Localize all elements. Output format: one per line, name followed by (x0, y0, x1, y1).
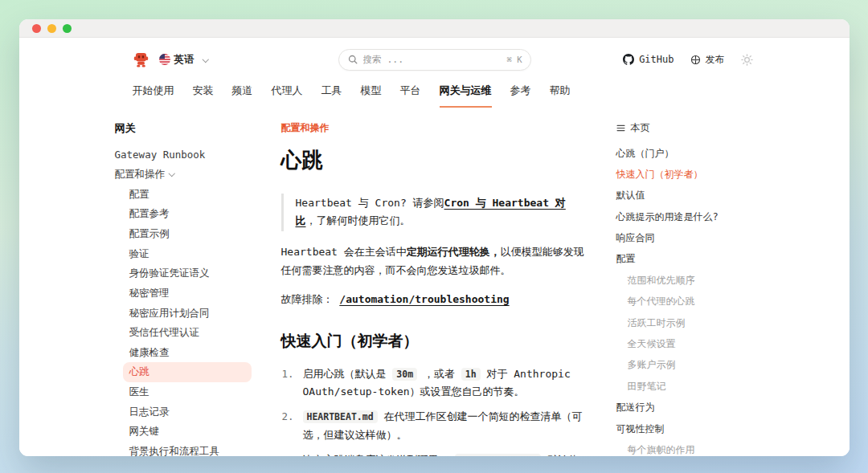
toc-item[interactable]: 配置 (616, 249, 756, 270)
toc-item[interactable]: 田野笔记 (616, 376, 756, 397)
nav-tab[interactable]: 平台 (400, 84, 421, 108)
github-icon (623, 54, 634, 65)
sidebar-item[interactable]: 验证 (115, 243, 255, 263)
header-links: GitHub (623, 53, 755, 67)
nav-tab[interactable]: 代理人 (272, 84, 303, 108)
note-text: ，了解何时使用它们。 (306, 214, 411, 226)
toc-item[interactable]: 每个旗帜的作用 (616, 439, 756, 456)
nav-tab[interactable]: 帮助 (550, 84, 571, 108)
language-selector[interactable]: 英语 (159, 53, 210, 67)
inline-code: 1h (461, 368, 481, 381)
quickstart-item: 启用心跳（默认是 30m ，或者 1h 对于 Anthropic OAuth/s… (281, 365, 586, 402)
quickstart-item: HEARTBEAT.md 在代理工作区创建一个简短的检查清单（可选，但建议这样做… (281, 408, 586, 445)
toc-item-label: 快速入门（初学者） (616, 169, 703, 180)
inline-code: 30m (392, 368, 417, 381)
toc-item[interactable]: 每个代理的心跳 (616, 292, 756, 312)
toc-item[interactable]: 可视性控制 (616, 418, 756, 439)
sidebar-item-label: 受信任代理认证 (129, 326, 200, 339)
lobster-logo[interactable] (133, 51, 149, 68)
close-window-button[interactable] (32, 24, 41, 33)
item-text: 启用心跳（默认是 (303, 368, 393, 380)
nav-tab[interactable]: 工具 (321, 84, 342, 108)
minimize-window-button[interactable] (47, 24, 56, 33)
inline-code: target: "none" (455, 454, 541, 457)
toc-item-label: 配送行为 (616, 402, 655, 413)
sidebar-item[interactable]: 健康检查 (115, 342, 255, 362)
table-of-contents: 本页 心跳（门户） 快速入门（初学者） (610, 108, 756, 456)
sidebar-item[interactable]: 秘密管理 (115, 283, 255, 303)
nav-tab[interactable]: 开始使用 (133, 84, 174, 108)
toc-item-label: 范围和优先顺序 (628, 275, 695, 286)
nav-tab[interactable]: 网关与运维 (440, 84, 492, 108)
sidebar-item[interactable]: 医生 (115, 382, 255, 402)
toc-item-label: 全天候设置 (628, 338, 676, 349)
toc-item-label: 每个旗帜的作用 (628, 444, 695, 455)
item-text: 决定心跳消息应该发送到哪里（ (303, 454, 456, 457)
toc-item[interactable]: 多账户示例 (616, 355, 756, 376)
page-title: 心跳 (281, 142, 586, 179)
github-link[interactable]: GitHub (623, 54, 674, 65)
chevron-icon (168, 170, 176, 177)
sidebar-item[interactable]: 配置示例 (115, 224, 255, 244)
sidebar-item[interactable]: 背景执行和流程工具 (115, 441, 255, 456)
sidebar-section-title: 网关 (115, 121, 255, 136)
toc-item-label: 默认值 (616, 190, 645, 201)
nav-tab-label: 频道 (232, 84, 253, 96)
nav-tab-label: 开始使用 (133, 84, 174, 96)
sidebar-item[interactable]: 网关键 (115, 422, 255, 442)
primary-nav: 开始使用 安装 频道 代理人 (113, 75, 756, 108)
troubleshooting-link[interactable]: /automation/troubleshooting (339, 293, 509, 305)
release-link[interactable]: 发布 (690, 53, 725, 67)
sidebar-item[interactable]: 日志记录 (115, 402, 255, 422)
toc-item[interactable]: 配送行为 (616, 398, 756, 418)
toc-item[interactable]: 快速入门（初学者） (616, 164, 756, 185)
chevron-down-icon (202, 56, 210, 63)
sidebar-item[interactable]: 受信任代理认证 (115, 323, 255, 343)
theme-toggle-sun-icon[interactable] (741, 54, 753, 66)
desktop-background: 英语 ⌘ K (0, 0, 868, 473)
search-input[interactable] (363, 54, 502, 65)
left-sidebar: 网关 Gateway Runbook 配置和操作 (113, 108, 255, 456)
sidebar-item[interactable]: 秘密应用计划合同 (115, 303, 255, 323)
sidebar-item[interactable]: 配置参考 (115, 204, 255, 224)
toc-item[interactable]: 响应合同 (616, 228, 756, 249)
sidebar-item[interactable]: 身份验证凭证语义 (115, 263, 255, 283)
breadcrumb[interactable]: 配置和操作 (281, 120, 586, 137)
sidebar-item-label: 网关键 (129, 425, 160, 438)
language-label: 英语 (174, 53, 194, 67)
search-box[interactable]: ⌘ K (338, 49, 531, 71)
sidebar-item[interactable]: 心跳 (123, 362, 252, 382)
list-lines-icon (616, 124, 625, 133)
sidebar-item-label: 健康检查 (129, 346, 170, 359)
toc-list: 心跳（门户） 快速入门（初学者） 默认值 (616, 143, 756, 456)
toc-item[interactable]: 范围和优先顺序 (616, 270, 756, 291)
sidebar-item-label: 验证 (129, 247, 149, 260)
nav-tab[interactable]: 安装 (193, 84, 214, 108)
toc-item[interactable]: 全天候设置 (616, 334, 756, 355)
nav-tab[interactable]: 参考 (510, 84, 531, 108)
nav-tab-label: 平台 (400, 84, 421, 96)
sidebar-item-label: 日志记录 (129, 406, 170, 418)
docs-site: 英语 ⌘ K (19, 38, 850, 456)
sidebar-item-label: 配置 (129, 188, 149, 201)
toc-item[interactable]: 心跳（门户） (616, 143, 756, 164)
intro-bold-text: 定期运行代理轮换， (407, 246, 501, 258)
quickstart-list: 启用心跳（默认是 30m ，或者 1h 对于 Anthropic OAuth/s… (281, 365, 586, 457)
sidebar-item[interactable]: Gateway Runbook (115, 145, 255, 165)
search-shortcut: ⌘ K (507, 55, 522, 64)
toc-item[interactable]: 心跳提示的用途是什么? (616, 206, 756, 227)
nav-tab[interactable]: 频道 (232, 84, 253, 108)
sidebar-item[interactable]: 配置 (115, 184, 255, 204)
toc-item[interactable]: 活跃工时示例 (616, 312, 756, 333)
browser-window: 英语 ⌘ K (19, 19, 850, 456)
sidebar-list: Gateway Runbook 配置和操作 配置 (115, 145, 255, 456)
quickstart-heading: 快速入门（初学者） (281, 328, 586, 354)
sidebar-item-label: 背景执行和流程工具 (129, 445, 220, 456)
maximize-window-button[interactable] (63, 24, 72, 33)
nav-tab[interactable]: 模型 (361, 84, 382, 108)
sidebar-item-label: 配置示例 (129, 227, 170, 240)
toc-item[interactable]: 默认值 (616, 186, 756, 206)
toc-header-label: 本页 (631, 121, 650, 135)
sidebar-item[interactable]: 配置和操作 (115, 165, 255, 185)
release-wheel-icon (690, 55, 701, 65)
